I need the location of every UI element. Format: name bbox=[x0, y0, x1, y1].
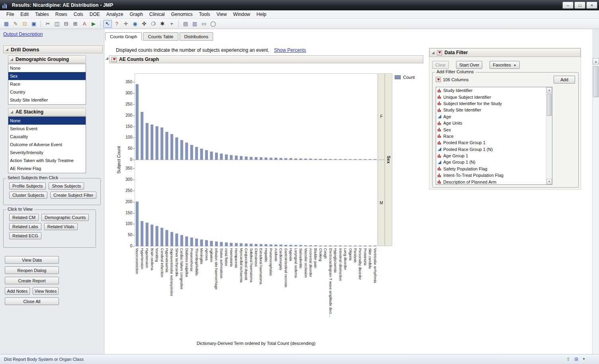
bar-m-hemiparesis[interactable] bbox=[235, 243, 237, 246]
ae-stacking-item-causality[interactable]: Causality bbox=[8, 133, 86, 141]
print-button[interactable]: ⊞ bbox=[71, 20, 80, 28]
ae-stacking-item-serious-event[interactable]: Serious Event bbox=[8, 125, 86, 133]
bar-m-extradural-haematoma[interactable] bbox=[260, 245, 262, 246]
menu-genomics[interactable]: Genomics bbox=[168, 11, 196, 18]
bar-f-cerebral-infarction[interactable] bbox=[161, 127, 163, 160]
bar-m-status-asthmaticus[interactable] bbox=[220, 242, 223, 246]
bar-m-hyponatraemia[interactable] bbox=[166, 230, 168, 246]
output-description-link[interactable]: Output Description bbox=[3, 31, 43, 37]
related-vitals-button[interactable]: Related Vitals bbox=[44, 223, 78, 230]
scroll-thumb[interactable] bbox=[547, 94, 552, 116]
bar-m-pneumothorax[interactable] bbox=[190, 238, 193, 246]
bar-f-meningitis[interactable] bbox=[200, 149, 203, 160]
related-ecg-button[interactable]: Related ECG bbox=[9, 232, 41, 239]
filter-column-sex[interactable]: Sex bbox=[436, 126, 546, 133]
show-percents-link[interactable]: Show Percents bbox=[274, 47, 306, 53]
menu-doe[interactable]: DOE bbox=[86, 11, 103, 18]
bar-m-hypotension[interactable] bbox=[146, 223, 148, 246]
create-report-button[interactable]: Create Report bbox=[5, 277, 59, 284]
filter-column-age-group-1-n[interactable]: Age Group 1 (N) bbox=[436, 159, 546, 165]
tab-distributions[interactable]: Distributions bbox=[180, 32, 213, 41]
bar-m-conjunctival-deposit[interactable] bbox=[245, 244, 247, 246]
bar-f-thrombophlebitis[interactable] bbox=[196, 147, 198, 160]
statusbar-menu-icon[interactable]: ▼ bbox=[582, 358, 585, 361]
bar-f-hypoxia[interactable] bbox=[290, 159, 292, 160]
bar-f-vasoconstriction[interactable] bbox=[136, 84, 138, 160]
bar-m-skin-candida[interactable] bbox=[369, 246, 371, 246]
demographic-grouping-item-sex[interactable]: Sex bbox=[8, 72, 86, 80]
bar-m-myocardial-ischaemia[interactable] bbox=[240, 243, 243, 246]
bar-f-pneumothorax[interactable] bbox=[190, 145, 193, 160]
close-all-button[interactable]: Close All bbox=[5, 297, 59, 305]
bar-m-electrocardiogram-t-wave-amplitude-decr[interactable] bbox=[329, 246, 332, 246]
profile-subjects-button[interactable]: Profile Subjects bbox=[9, 182, 46, 190]
oval-annotation-button[interactable]: ◯ bbox=[209, 20, 217, 28]
bar-f-extradural-haematoma[interactable] bbox=[260, 157, 262, 160]
bar-f-myocardial-ischaemia[interactable] bbox=[240, 156, 243, 160]
save-button[interactable]: ▣ bbox=[29, 20, 38, 28]
help-tool-button[interactable]: ? bbox=[112, 20, 121, 28]
save-pdf-button[interactable]: A bbox=[80, 20, 89, 28]
grabber-tool-button[interactable]: ✛ bbox=[121, 20, 130, 28]
ae-stacking-item-none[interactable]: None bbox=[8, 117, 86, 125]
bar-m-bladder-pain[interactable] bbox=[314, 245, 317, 246]
bar-f-apnoea[interactable] bbox=[205, 151, 207, 160]
bar-m-anorectal-disorder[interactable] bbox=[309, 245, 312, 246]
ae-stacking-item-outcome-of-adverse-event[interactable]: Outcome of Adverse Event bbox=[8, 141, 86, 149]
bar-m-hypertension[interactable] bbox=[141, 221, 143, 246]
bar-f-haematuria[interactable] bbox=[230, 155, 233, 160]
bar-f-lung-disorder[interactable] bbox=[344, 159, 346, 160]
filter-column-study-site-identifier[interactable]: Study Site Identifier bbox=[436, 107, 546, 113]
paste-button[interactable]: ⊟ bbox=[62, 20, 70, 28]
maximize-button[interactable]: □ bbox=[574, 2, 585, 9]
bar-f-sialoadenitis[interactable] bbox=[300, 159, 302, 160]
filter-column-pooled-race-group-1-n[interactable]: Pooled Race Group 1 (N) bbox=[436, 146, 546, 153]
filter-column-pooled-race-group-1[interactable]: Pooled Race Group 1 bbox=[436, 139, 546, 146]
scroll-up-icon[interactable]: ▲ bbox=[593, 58, 599, 65]
bar-f-status-asthmaticus[interactable] bbox=[220, 154, 223, 160]
drill-downs-header[interactable]: Drill Downs bbox=[3, 45, 103, 53]
red-triangle-menu-icon[interactable] bbox=[437, 50, 442, 55]
show-subjects-button[interactable]: Show Subjects bbox=[49, 182, 84, 190]
bar-m-intestinal-obstruction[interactable] bbox=[339, 246, 342, 246]
bar-f-cardiomegaly[interactable] bbox=[280, 158, 282, 160]
demographic-grouping-header[interactable]: Demographic Grouping bbox=[8, 55, 86, 63]
bar-f-bladder-pain[interactable] bbox=[314, 159, 317, 160]
filter-column-study-identifier[interactable]: Study Identifier bbox=[436, 87, 546, 94]
outline-disclosure-icon[interactable] bbox=[106, 57, 108, 60]
tab-counts-table[interactable]: Counts Table bbox=[143, 32, 178, 41]
disclosure-icon[interactable] bbox=[10, 58, 13, 61]
bar-m-ventricular-arrhythmia[interactable] bbox=[374, 246, 376, 246]
bar-f-gastrointestinal-necrosis[interactable] bbox=[285, 159, 287, 160]
new-journal-button[interactable]: ✎ bbox=[11, 20, 20, 28]
scroll-down-icon[interactable]: ▼ bbox=[546, 179, 552, 184]
bar-f-pneumocephalus[interactable] bbox=[270, 158, 272, 160]
ae-stacking-item-ae-review-flag[interactable]: AE Review Flag bbox=[8, 164, 86, 172]
bar-m-haematuria[interactable] bbox=[230, 243, 233, 246]
bar-f-agitation[interactable] bbox=[210, 152, 213, 160]
bar-f-cardiac-failure-congestive[interactable] bbox=[180, 140, 183, 160]
filter-column-age[interactable]: Age bbox=[436, 114, 546, 120]
ae-stacking-item-action-taken-with-study-treatme[interactable]: Action Taken with Study Treatme bbox=[8, 157, 86, 164]
demographic-grouping-item-race[interactable]: Race bbox=[8, 80, 86, 88]
minimize-button[interactable]: – bbox=[562, 2, 574, 9]
bar-m-sialoadenitis[interactable] bbox=[300, 245, 302, 246]
red-triangle-menu-icon[interactable] bbox=[436, 77, 441, 82]
bar-m-cardiomegaly[interactable] bbox=[280, 245, 282, 246]
menu-analyze[interactable]: Analyze bbox=[103, 11, 127, 18]
bar-f-laryngeal-oedema[interactable] bbox=[294, 159, 297, 160]
magnifier-tool-button[interactable]: ❍ bbox=[149, 20, 158, 28]
plot-area[interactable] bbox=[135, 73, 378, 247]
bar-f-hemiparesis[interactable] bbox=[235, 156, 237, 160]
related-labs-button[interactable]: Related Labs bbox=[9, 223, 41, 230]
bar-m-thrombophlebitis[interactable] bbox=[196, 239, 198, 246]
bar-m-cough[interactable] bbox=[324, 246, 327, 246]
bar-f-brain-oedema[interactable] bbox=[151, 125, 153, 160]
add-notes-button[interactable]: Add Notes bbox=[5, 287, 30, 295]
bar-f-cough[interactable] bbox=[324, 159, 327, 160]
bar-f-infusion-site-haemorrhage[interactable] bbox=[215, 153, 217, 160]
bar-m-supraventricular-extrasystoles[interactable] bbox=[170, 232, 173, 246]
bar-m-lung-disorder[interactable] bbox=[344, 246, 346, 246]
menu-rows[interactable]: Rows bbox=[52, 11, 70, 18]
bar-m-choking[interactable] bbox=[319, 246, 322, 246]
